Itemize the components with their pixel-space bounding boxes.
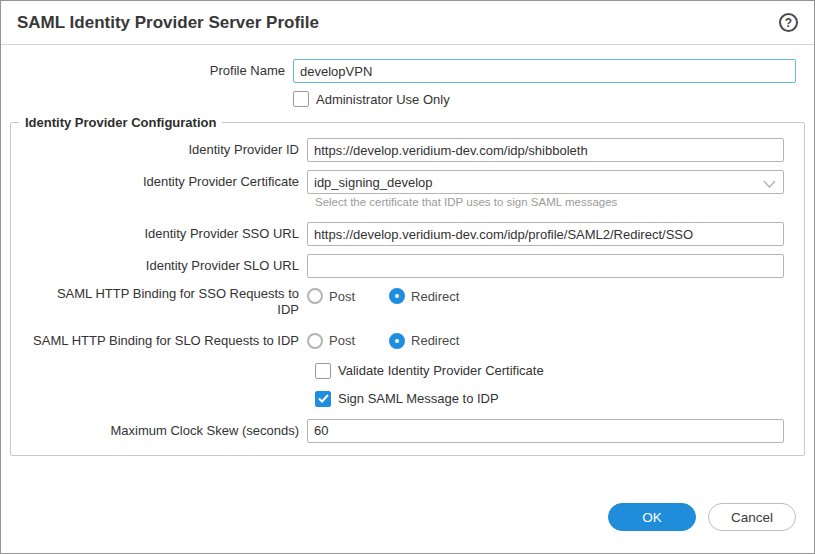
- admin-only-label: Administrator Use Only: [316, 92, 450, 107]
- saml-idp-dialog: SAML Identity Provider Server Profile ? …: [0, 0, 815, 554]
- sign-saml-label: Sign SAML Message to IDP: [338, 391, 499, 406]
- dialog-footer: OK Cancel: [608, 503, 796, 531]
- help-icon[interactable]: ?: [779, 13, 798, 32]
- slo-binding-redirect-radio[interactable]: [389, 333, 405, 349]
- admin-only-checkbox-row[interactable]: Administrator Use Only: [293, 91, 796, 107]
- sso-url-input[interactable]: [307, 222, 784, 246]
- sso-binding-post-radio[interactable]: [307, 288, 323, 304]
- dialog-header: SAML Identity Provider Server Profile ?: [1, 1, 814, 45]
- sign-saml-checkbox[interactable]: [315, 391, 331, 407]
- slo-binding-post-option[interactable]: Post: [307, 333, 355, 349]
- sso-binding-label: SAML HTTP Binding for SSO Requests to ID…: [47, 286, 299, 319]
- clock-skew-label: Maximum Clock Skew (seconds): [11, 423, 307, 439]
- slo-binding-label: SAML HTTP Binding for SLO Requests to ID…: [11, 333, 307, 349]
- sso-url-row: Identity Provider SSO URL: [11, 222, 804, 246]
- sso-binding-radio-group: Post Redirect: [307, 288, 784, 304]
- sso-binding-row: SAML HTTP Binding for SSO Requests to ID…: [11, 286, 804, 319]
- sso-binding-redirect-option[interactable]: Redirect: [389, 288, 459, 304]
- ok-button[interactable]: OK: [608, 503, 696, 531]
- form-area: Profile Name Administrator Use Only Iden…: [1, 45, 814, 456]
- idp-cert-label: Identity Provider Certificate: [11, 174, 307, 190]
- validate-cert-label: Validate Identity Provider Certificate: [338, 363, 544, 378]
- sign-saml-checkbox-row[interactable]: Sign SAML Message to IDP: [11, 391, 804, 407]
- profile-name-input[interactable]: [293, 59, 796, 83]
- clock-skew-input[interactable]: [307, 419, 784, 443]
- chevron-down-icon[interactable]: [763, 177, 776, 192]
- admin-only-checkbox[interactable]: [293, 91, 309, 107]
- idp-cert-row: Identity Provider Certificate idp_signin…: [11, 170, 804, 194]
- slo-binding-post-radio[interactable]: [307, 333, 323, 349]
- validate-cert-checkbox[interactable]: [315, 363, 331, 379]
- idp-cert-hint: Select the certificate that IDP uses to …: [11, 196, 804, 208]
- profile-name-row: Profile Name: [1, 59, 814, 83]
- slo-binding-radio-group: Post Redirect: [307, 333, 784, 349]
- admin-only-row: Administrator Use Only: [1, 91, 814, 107]
- dialog-title: SAML Identity Provider Server Profile: [17, 13, 779, 33]
- idp-id-label: Identity Provider ID: [11, 142, 307, 158]
- idp-cert-selected-value: idp_signing_develop: [314, 175, 433, 190]
- check-icon: [318, 394, 329, 403]
- profile-name-label: Profile Name: [1, 63, 293, 79]
- slo-binding-redirect-option[interactable]: Redirect: [389, 333, 459, 349]
- cancel-button[interactable]: Cancel: [708, 503, 796, 531]
- idp-id-row: Identity Provider ID: [11, 138, 804, 162]
- clock-skew-row: Maximum Clock Skew (seconds): [11, 419, 804, 443]
- validate-cert-checkbox-row[interactable]: Validate Identity Provider Certificate: [11, 363, 804, 379]
- slo-binding-row: SAML HTTP Binding for SLO Requests to ID…: [11, 333, 804, 349]
- idp-cert-select[interactable]: idp_signing_develop: [307, 170, 784, 194]
- slo-url-label: Identity Provider SLO URL: [11, 258, 307, 274]
- idp-config-group: Identity Provider Configuration Identity…: [10, 115, 805, 456]
- idp-id-input[interactable]: [307, 138, 784, 162]
- sso-binding-redirect-radio[interactable]: [389, 288, 405, 304]
- sso-url-label: Identity Provider SSO URL: [11, 226, 307, 242]
- idp-config-legend: Identity Provider Configuration: [19, 115, 222, 130]
- slo-url-input[interactable]: [307, 254, 784, 278]
- slo-url-row: Identity Provider SLO URL: [11, 254, 804, 278]
- sso-binding-post-option[interactable]: Post: [307, 288, 355, 304]
